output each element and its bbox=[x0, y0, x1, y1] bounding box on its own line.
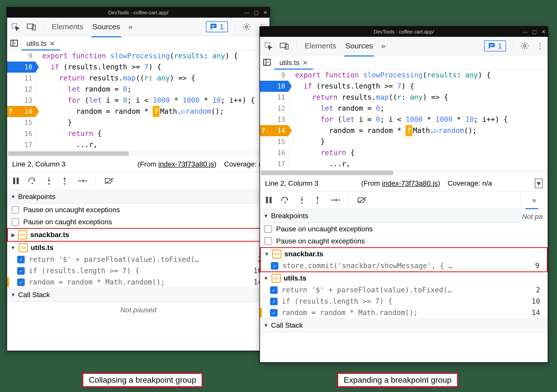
sourcemap-link[interactable]: index-73f73a80.js bbox=[158, 160, 214, 168]
breakpoint-checkbox[interactable] bbox=[271, 262, 278, 270]
issues-badge[interactable]: 1 bbox=[484, 40, 506, 51]
line-number[interactable]: 12 bbox=[260, 103, 288, 114]
breakpoints-section[interactable]: ▼ Breakpoints bbox=[260, 209, 548, 223]
tab-elements[interactable]: Elements bbox=[304, 40, 337, 52]
line-number[interactable]: 17 bbox=[7, 139, 36, 150]
svg-rect-4 bbox=[212, 26, 214, 27]
step-out-icon[interactable] bbox=[61, 177, 68, 185]
line-number[interactable]: 15 bbox=[7, 117, 36, 128]
pause-icon[interactable] bbox=[266, 196, 272, 204]
tab-sources[interactable]: Sources bbox=[91, 21, 121, 33]
line-number[interactable]: 11 bbox=[260, 92, 288, 103]
svg-point-14 bbox=[64, 183, 65, 185]
more-tabs-icon[interactable]: » bbox=[532, 196, 536, 204]
breakpoint-group-utils[interactable]: ▼ <> utils.ts bbox=[260, 272, 548, 284]
breakpoint-item[interactable]: if (results.length >= 7) {10 bbox=[260, 296, 548, 307]
breakpoint-item[interactable]: random = random * Math.random();14 bbox=[260, 307, 548, 318]
deactivate-breakpoints-icon[interactable] bbox=[357, 196, 367, 204]
deactivate-breakpoints-icon[interactable] bbox=[104, 177, 114, 185]
code-editor[interactable]: 9export function slowProcessing(results:… bbox=[7, 50, 270, 150]
breakpoint-group-snackbar[interactable]: ▼ <> snackbar.ts bbox=[261, 248, 547, 260]
checkbox-pause-caught[interactable] bbox=[12, 218, 19, 226]
navigator-toggle[interactable] bbox=[260, 55, 274, 69]
line-number[interactable]: 10 bbox=[7, 62, 36, 73]
debugger-side-panel: » Not pa bbox=[520, 191, 548, 224]
file-tab-utils[interactable]: utils.ts ✕ bbox=[21, 37, 60, 50]
close-icon[interactable]: ✕ bbox=[263, 10, 268, 15]
breakpoint-item[interactable]: if (results.length >= 7) {10 bbox=[7, 265, 270, 276]
step-icon[interactable] bbox=[330, 197, 340, 203]
horizontal-scrollbar[interactable] bbox=[7, 150, 270, 157]
settings-icon[interactable] bbox=[242, 22, 251, 31]
tab-sources[interactable]: Sources bbox=[344, 40, 374, 52]
minimize-icon[interactable]: — bbox=[244, 10, 249, 15]
inspect-icon[interactable] bbox=[264, 42, 273, 50]
breakpoint-checkbox[interactable] bbox=[17, 267, 25, 275]
checkbox-pause-uncaught[interactable] bbox=[12, 206, 19, 214]
breakpoint-group-utils[interactable]: ▼ <> utils.ts bbox=[7, 242, 270, 254]
breakpoint-checkbox[interactable] bbox=[17, 256, 25, 263]
step-over-icon[interactable] bbox=[281, 196, 290, 204]
line-number[interactable]: 9 bbox=[260, 70, 288, 81]
breakpoint-item[interactable]: random = random * Math.random();14 bbox=[7, 276, 270, 288]
code-line-text: } bbox=[36, 117, 270, 128]
more-tabs-icon[interactable]: » bbox=[381, 42, 385, 50]
breakpoint-checkbox[interactable] bbox=[270, 286, 278, 294]
checkbox-pause-caught[interactable] bbox=[264, 237, 272, 245]
issues-badge[interactable]: 1 bbox=[206, 21, 228, 32]
close-tab-icon[interactable]: ✕ bbox=[49, 40, 55, 48]
maximize-icon[interactable]: ▢ bbox=[254, 10, 259, 15]
line-number[interactable]: 17 bbox=[260, 158, 288, 170]
device-icon[interactable] bbox=[27, 23, 36, 31]
breakpoint-checkbox[interactable] bbox=[17, 278, 25, 286]
line-number[interactable]: 9 bbox=[7, 50, 36, 62]
pause-icon[interactable] bbox=[13, 177, 19, 185]
kebab-icon[interactable]: ⋮ bbox=[536, 42, 544, 50]
svg-point-5 bbox=[245, 25, 248, 28]
breakpoints-section[interactable]: ▼ Breakpoints bbox=[7, 190, 270, 204]
line-number[interactable]: 14 bbox=[260, 125, 288, 136]
breakpoint-checkbox[interactable] bbox=[270, 298, 278, 305]
breakpoint-item[interactable]: return '$' + parseFloat(value).toFixed(…… bbox=[7, 254, 270, 265]
more-tabs-icon[interactable]: » bbox=[128, 23, 132, 31]
call-stack-section[interactable]: ▼ Call Stack bbox=[7, 288, 270, 302]
horizontal-scrollbar[interactable] bbox=[260, 170, 548, 176]
step-icon[interactable] bbox=[77, 178, 87, 184]
breakpoint-item[interactable]: return '$' + parseFloat(value).toFixed(…… bbox=[260, 284, 548, 296]
line-number[interactable]: 16 bbox=[260, 147, 288, 158]
line-number[interactable]: 11 bbox=[7, 73, 36, 84]
maximize-icon[interactable]: ▢ bbox=[532, 29, 537, 34]
line-number[interactable]: 15 bbox=[260, 136, 288, 147]
inspect-icon[interactable] bbox=[11, 22, 20, 31]
line-number[interactable]: 16 bbox=[7, 128, 36, 139]
settings-icon[interactable] bbox=[520, 42, 529, 50]
checkbox-pause-uncaught[interactable] bbox=[264, 225, 272, 233]
svg-point-16 bbox=[85, 180, 87, 182]
line-number[interactable]: 13 bbox=[7, 95, 36, 106]
code-editor[interactable]: 9export function slowProcessing(results:… bbox=[260, 70, 548, 170]
breakpoint-checkbox[interactable] bbox=[270, 309, 278, 317]
line-number[interactable]: 14 bbox=[7, 106, 36, 117]
device-icon[interactable] bbox=[280, 42, 289, 50]
step-out-icon[interactable] bbox=[314, 196, 321, 204]
file-tab-utils[interactable]: utils.ts ✕ bbox=[274, 56, 313, 69]
navigator-toggle[interactable] bbox=[7, 36, 21, 50]
breakpoint-group-snackbar[interactable]: ▶ <> snackbar.ts bbox=[7, 228, 270, 242]
step-into-icon[interactable] bbox=[45, 177, 52, 185]
breakpoint-item[interactable]: store.commit('snackbar/showMessage', { …… bbox=[261, 260, 547, 271]
status-bar: Line 2, Column 3 (From index-73f73a80.js… bbox=[7, 157, 270, 172]
line-number[interactable]: 12 bbox=[7, 84, 36, 95]
tab-elements[interactable]: Elements bbox=[51, 21, 84, 33]
line-number[interactable]: 13 bbox=[260, 114, 288, 125]
minimize-icon[interactable]: — bbox=[522, 29, 527, 34]
call-stack-section[interactable]: ▼ Call Stack bbox=[260, 318, 548, 332]
collapse-panel-icon[interactable]: ▾ bbox=[535, 179, 543, 188]
close-tab-icon[interactable]: ✕ bbox=[302, 59, 308, 67]
line-number[interactable]: 10 bbox=[260, 81, 288, 92]
step-over-icon[interactable] bbox=[28, 177, 37, 185]
close-icon[interactable]: ✕ bbox=[541, 29, 546, 34]
sourcemap-link[interactable]: index-73f73a80.js bbox=[382, 179, 438, 187]
code-line-text: for (let i = 0; i < 1000 * 1000 * 10; i+… bbox=[288, 114, 548, 125]
step-into-icon[interactable] bbox=[298, 196, 305, 204]
code-line-text: ...r, bbox=[288, 158, 548, 170]
